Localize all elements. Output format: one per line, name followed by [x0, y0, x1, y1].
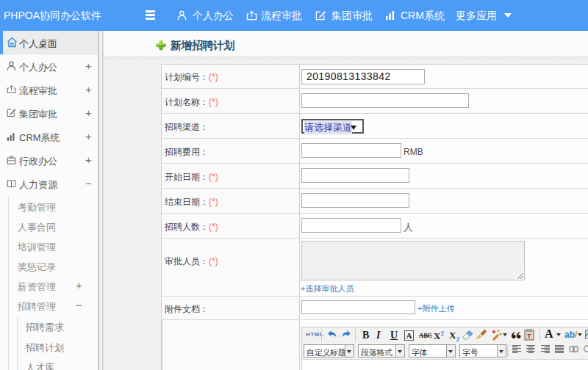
svg-text:T: T	[527, 333, 531, 340]
